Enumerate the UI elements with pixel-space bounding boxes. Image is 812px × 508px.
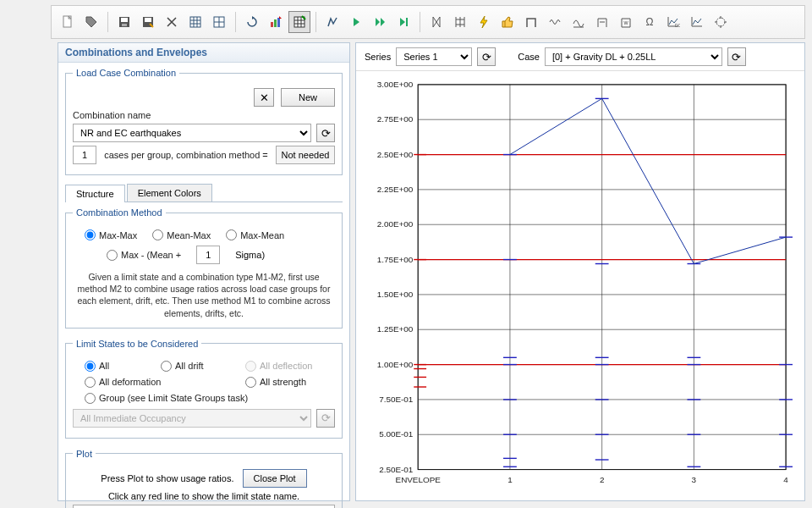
svg-rect-3 [122,24,127,26]
tb-bargo-icon[interactable] [265,11,287,33]
tb-thumbs-icon[interactable] [497,11,518,33]
tb-frame-icon[interactable] [520,11,542,33]
tb-chart-icon[interactable] [686,11,708,33]
case-select[interactable]: [0] + Gravity DL + 0.25LL [545,47,722,66]
tb-step-icon[interactable] [392,11,414,33]
svg-rect-10 [277,18,280,27]
svg-text:w: w [623,19,628,25]
combo-method-fieldset: Combination Method Max-Max Mean-Max Max-… [65,207,343,329]
combo-refresh-button[interactable]: ⟳ [316,124,335,142]
tb-target-icon[interactable] [710,11,732,33]
tb-wave-icon[interactable] [544,11,566,33]
svg-point-16 [716,18,725,26]
limit-states-legend: Limit States to be Considered [73,339,201,349]
cases-label: cases per group, combination method = [102,150,271,160]
left-panel: Combinations and Envelopes Load Case Com… [58,42,350,501]
svg-rect-12 [406,18,408,26]
svg-rect-2 [121,18,128,22]
load-case-legend: Load Case Combination [73,68,179,78]
group-select: All Immediate Occupancy [73,409,311,428]
separator [420,12,420,32]
tabs: Structure Element Colors [65,184,343,202]
radio-drift[interactable]: All drift [161,361,245,372]
load-case-fieldset: Load Case Combination ✕ New Combination … [65,68,343,175]
tb-playnext-icon[interactable] [369,11,391,33]
svg-rect-8 [271,22,273,27]
svg-text:Ω: Ω [646,16,654,28]
new-button[interactable]: New [281,88,335,107]
tb-beamw-icon[interactable]: w [615,11,637,33]
tb-beam-icon[interactable] [591,11,613,33]
plot-legend: Plot [73,449,96,459]
tb-run-icon[interactable] [321,11,343,33]
plot-press-text: Press Plot to show usage ratios. [101,473,233,483]
separator [107,12,108,32]
radio-maxmean[interactable]: Max-Mean [226,229,284,240]
svg-text:3.00E+00: 3.00E+00 [377,80,414,89]
tb-braces1-icon[interactable] [425,11,447,33]
svg-text:3: 3 [692,475,697,484]
tb-save-icon[interactable] [113,11,135,33]
method-readonly [276,146,335,164]
tb-new-doc-icon[interactable] [57,11,79,33]
svg-text:2.50E+00: 2.50E+00 [377,150,414,159]
svg-text:2.50E-01: 2.50E-01 [379,465,414,474]
radio-all[interactable]: All [85,361,161,372]
tb-chartdc-icon[interactable]: DC [662,11,684,33]
tb-bolt-icon[interactable] [473,11,495,33]
combo-method-help: Given a limit state and a combination ty… [76,271,332,319]
close-plot-button[interactable]: Close Plot [243,469,307,488]
svg-text:1.75E+00: 1.75E+00 [377,255,414,264]
clear-button[interactable]: ✕ [254,88,274,107]
svg-text:1.50E+00: 1.50E+00 [377,290,414,299]
plot-fieldset: Plot Press Plot to show usage ratios. Cl… [65,449,343,508]
plot-click-text: Click any red line to show the limit sta… [108,491,299,501]
tb-cut-icon[interactable] [161,11,183,33]
svg-rect-9 [274,19,277,27]
svg-rect-11 [294,17,304,27]
tb-table2-icon[interactable] [208,11,230,33]
tb-play-icon[interactable] [345,11,367,33]
radio-meanmax[interactable]: Mean-Max [152,229,211,240]
tab-element-colors[interactable]: Element Colors [127,184,212,202]
svg-text:ENVELOPE: ENVELOPE [396,475,442,484]
tb-tag-icon[interactable] [80,11,102,33]
svg-text:1: 1 [508,475,513,484]
tb-saveas-icon[interactable] [137,11,159,33]
tb-wave2-icon[interactable] [568,11,590,33]
chart-area: 2.50E-015.00E-017.50E-011.00E+001.25E+00… [356,71,804,508]
radio-deflection: All deflection [245,361,312,372]
radio-strength[interactable]: All strength [245,377,306,388]
tab-structure[interactable]: Structure [65,185,125,202]
tb-omega-icon[interactable]: Ω [639,11,661,33]
series-refresh-button[interactable]: ⟳ [477,47,496,66]
radio-maxsigma[interactable]: Max - (Mean + [107,250,181,261]
tb-gridgo-icon[interactable] [288,11,310,33]
group-refresh-button: ⟳ [316,409,335,428]
svg-text:4: 4 [783,475,788,484]
combo-name-label: Combination name [73,110,151,120]
tb-braces2-icon[interactable] [449,11,471,33]
series-select[interactable]: Series 1 [396,47,472,66]
case-label: Case [518,52,540,62]
main-toolbar: w Ω DC [51,5,805,39]
svg-text:2.25E+00: 2.25E+00 [377,185,414,194]
tb-refresh-icon[interactable] [241,11,263,33]
limit-state-name-input[interactable] [73,505,335,508]
right-header: Series Series 1 ⟳ Case [0] + Gravity DL … [356,43,804,71]
case-refresh-button[interactable]: ⟳ [727,47,746,66]
svg-rect-6 [190,17,200,27]
right-panel: Series Series 1 ⟳ Case [0] + Gravity DL … [355,42,805,501]
svg-text:DC: DC [675,23,680,28]
sigma-input[interactable] [196,246,220,264]
chart-svg[interactable]: 2.50E-015.00E-017.50E-011.00E+001.25E+00… [359,75,794,496]
combo-name-select[interactable]: NR and EC earthquakes [73,124,311,142]
radio-maxmax[interactable]: Max-Max [85,229,137,240]
separator [235,12,236,32]
sigma-suffix: Sigma) [235,250,265,260]
tb-table-icon[interactable] [184,11,206,33]
radio-group[interactable]: Group (see Limit State Groups task) [85,393,248,404]
cases-count-input[interactable] [73,146,96,164]
combo-method-legend: Combination Method [73,207,166,218]
radio-deform[interactable]: All deformation [85,377,245,388]
